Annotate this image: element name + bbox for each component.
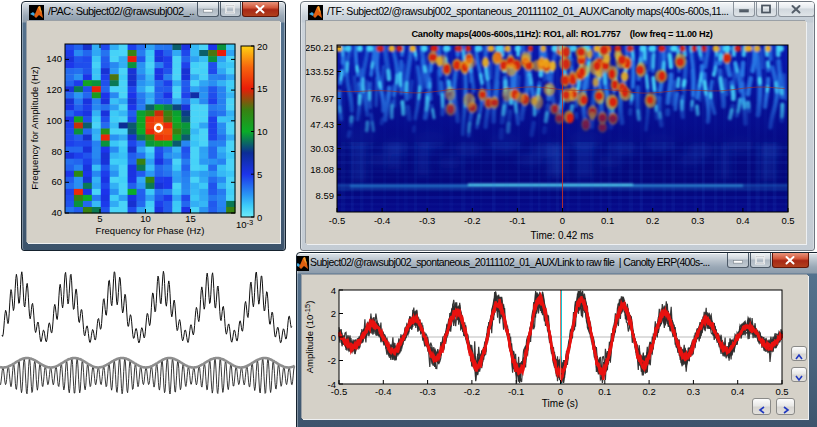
svg-text:0.4: 0.4 [731, 386, 744, 397]
svg-text:-0.2: -0.2 [464, 215, 480, 226]
svg-text:Time: 0.42 ms: Time: 0.42 ms [531, 230, 594, 241]
svg-text:0.1: 0.1 [601, 215, 614, 226]
svg-text:8.59: 8.59 [316, 190, 335, 201]
svg-text:30.03: 30.03 [310, 143, 334, 154]
svg-text:15: 15 [185, 213, 196, 224]
svg-text:Canolty maps(400s-600s,11Hz):: Canolty maps(400s-600s,11Hz): RO1, all: … [411, 29, 712, 39]
svg-text:76.97: 76.97 [310, 93, 334, 104]
svg-text:Frequency for Amplitude (Hz): Frequency for Amplitude (Hz) [29, 66, 40, 190]
svg-text:60: 60 [51, 176, 62, 187]
svg-text:-0.5: -0.5 [329, 215, 345, 226]
svg-text:4: 4 [331, 285, 336, 296]
svg-text:Time (s): Time (s) [542, 398, 578, 409]
svg-text:120: 120 [46, 84, 62, 95]
svg-text:-0.5: -0.5 [331, 386, 347, 397]
svg-text:0: 0 [558, 386, 563, 397]
svg-text:-0.2: -0.2 [464, 386, 480, 397]
svg-text:18.08: 18.08 [310, 164, 334, 175]
svg-text:20: 20 [257, 41, 268, 52]
svg-text:-0.4: -0.4 [374, 215, 390, 226]
svg-text:-0.3: -0.3 [419, 215, 435, 226]
svg-text:-2: -2 [328, 355, 336, 366]
svg-text:47.43: 47.43 [310, 119, 334, 130]
svg-text:0.3: 0.3 [691, 215, 704, 226]
svg-text:250.21: 250.21 [306, 42, 334, 53]
svg-text:-0.3: -0.3 [419, 386, 435, 397]
svg-text:5: 5 [97, 213, 102, 224]
svg-text:100: 100 [46, 115, 62, 126]
svg-text:0: 0 [560, 215, 565, 226]
svg-text:40: 40 [51, 207, 62, 218]
svg-text:80: 80 [51, 146, 62, 157]
svg-text:10: 10 [140, 213, 151, 224]
svg-text:-0.1: -0.1 [508, 386, 524, 397]
svg-text:0.3: 0.3 [687, 386, 700, 397]
svg-text:Frequency for Phase (Hz): Frequency for Phase (Hz) [96, 225, 205, 236]
svg-text:10: 10 [257, 126, 268, 137]
svg-text:0.2: 0.2 [646, 215, 659, 226]
svg-text:0.5: 0.5 [775, 386, 788, 397]
svg-text:0.1: 0.1 [598, 386, 611, 397]
svg-text:15: 15 [257, 83, 268, 94]
svg-text:0.2: 0.2 [642, 386, 655, 397]
svg-text:-0.4: -0.4 [375, 386, 391, 397]
svg-text:0.4: 0.4 [736, 215, 749, 226]
svg-text:0: 0 [331, 332, 336, 343]
svg-text:140: 140 [46, 53, 62, 64]
svg-text:0.5: 0.5 [781, 215, 794, 226]
svg-text:-0.1: -0.1 [509, 215, 525, 226]
svg-text:2: 2 [331, 308, 336, 319]
svg-text:5: 5 [257, 169, 262, 180]
svg-text:0: 0 [257, 212, 262, 223]
svg-text:133.52: 133.52 [306, 66, 334, 77]
